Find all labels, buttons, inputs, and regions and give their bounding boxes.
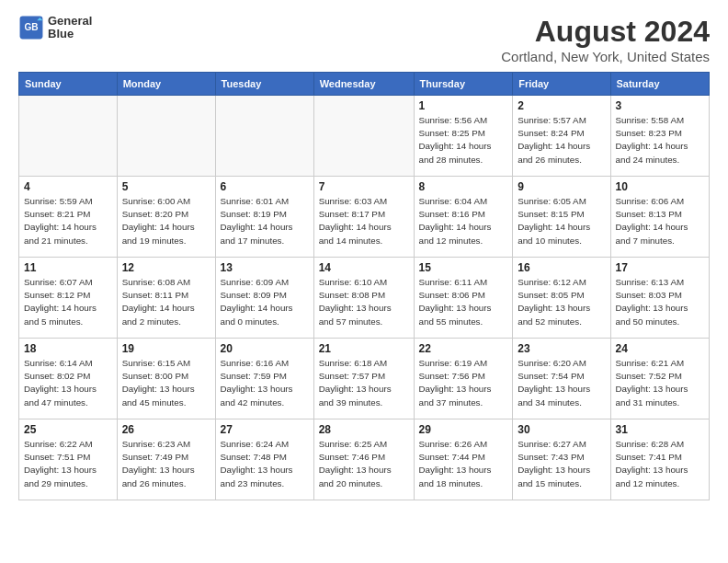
day-info: Sunrise: 6:15 AM Sunset: 8:00 PM Dayligh… xyxy=(122,357,210,409)
calendar-cell: 15Sunrise: 6:11 AM Sunset: 8:06 PM Dayli… xyxy=(414,258,513,339)
day-number: 29 xyxy=(419,423,508,436)
calendar-cell: 4Sunrise: 5:59 AM Sunset: 8:21 PM Daylig… xyxy=(19,177,118,258)
day-number: 13 xyxy=(221,261,309,274)
day-number: 19 xyxy=(122,342,210,355)
calendar-cell: 3Sunrise: 5:58 AM Sunset: 8:23 PM Daylig… xyxy=(610,96,710,177)
calendar-cell: 11Sunrise: 6:07 AM Sunset: 8:12 PM Dayli… xyxy=(19,258,118,339)
logo-text: General Blue xyxy=(48,15,92,41)
day-info: Sunrise: 6:26 AM Sunset: 7:44 PM Dayligh… xyxy=(419,438,508,490)
day-number: 15 xyxy=(419,261,508,274)
day-number: 6 xyxy=(221,180,309,193)
day-number: 14 xyxy=(319,261,409,274)
day-info: Sunrise: 6:01 AM Sunset: 8:19 PM Dayligh… xyxy=(221,195,309,247)
day-number: 10 xyxy=(616,180,705,193)
day-info: Sunrise: 6:09 AM Sunset: 8:09 PM Dayligh… xyxy=(221,276,309,328)
calendar-cell: 26Sunrise: 6:23 AM Sunset: 7:49 PM Dayli… xyxy=(117,419,215,500)
day-number: 28 xyxy=(319,423,409,436)
day-info: Sunrise: 6:08 AM Sunset: 8:11 PM Dayligh… xyxy=(122,276,210,328)
day-number: 16 xyxy=(518,261,605,274)
calendar-cell: 30Sunrise: 6:27 AM Sunset: 7:43 PM Dayli… xyxy=(513,419,610,500)
week-row-4: 18Sunrise: 6:14 AM Sunset: 8:02 PM Dayli… xyxy=(19,339,710,419)
calendar-cell: 28Sunrise: 6:25 AM Sunset: 7:46 PM Dayli… xyxy=(313,419,414,500)
week-row-2: 4Sunrise: 5:59 AM Sunset: 8:21 PM Daylig… xyxy=(19,177,710,258)
calendar-cell: 27Sunrise: 6:24 AM Sunset: 7:48 PM Dayli… xyxy=(215,419,313,500)
week-row-5: 25Sunrise: 6:22 AM Sunset: 7:51 PM Dayli… xyxy=(19,419,710,500)
day-number: 25 xyxy=(24,423,112,436)
weekday-header-wednesday: Wednesday xyxy=(313,73,414,96)
month-title: August 2024 xyxy=(501,15,710,49)
calendar-cell: 19Sunrise: 6:15 AM Sunset: 8:00 PM Dayli… xyxy=(117,339,215,419)
day-info: Sunrise: 6:04 AM Sunset: 8:16 PM Dayligh… xyxy=(419,195,508,247)
calendar-cell: 13Sunrise: 6:09 AM Sunset: 8:09 PM Dayli… xyxy=(215,258,313,339)
day-number: 12 xyxy=(122,261,210,274)
day-info: Sunrise: 5:57 AM Sunset: 8:24 PM Dayligh… xyxy=(518,114,605,167)
day-number: 22 xyxy=(419,342,508,355)
day-number: 30 xyxy=(518,423,605,436)
day-info: Sunrise: 6:03 AM Sunset: 8:17 PM Dayligh… xyxy=(319,195,409,247)
calendar-cell: 7Sunrise: 6:03 AM Sunset: 8:17 PM Daylig… xyxy=(313,177,414,258)
day-info: Sunrise: 6:13 AM Sunset: 8:03 PM Dayligh… xyxy=(616,276,705,328)
weekday-header-row: SundayMondayTuesdayWednesdayThursdayFrid… xyxy=(19,73,710,96)
weekday-header-saturday: Saturday xyxy=(610,73,710,96)
day-number: 21 xyxy=(319,342,409,355)
calendar-cell: 22Sunrise: 6:19 AM Sunset: 7:56 PM Dayli… xyxy=(414,339,513,419)
weekday-header-monday: Monday xyxy=(117,73,215,96)
day-info: Sunrise: 6:27 AM Sunset: 7:43 PM Dayligh… xyxy=(518,438,605,490)
day-info: Sunrise: 6:16 AM Sunset: 7:59 PM Dayligh… xyxy=(221,357,309,409)
logo-line1: General xyxy=(48,15,92,28)
logo-line2: Blue xyxy=(48,28,92,40)
day-number: 8 xyxy=(419,180,508,193)
day-number: 31 xyxy=(616,423,705,436)
calendar-cell: 18Sunrise: 6:14 AM Sunset: 8:02 PM Dayli… xyxy=(19,339,118,419)
day-number: 1 xyxy=(419,99,508,112)
calendar-cell: 20Sunrise: 6:16 AM Sunset: 7:59 PM Dayli… xyxy=(215,339,313,419)
weekday-header-friday: Friday xyxy=(513,73,610,96)
calendar-cell: 31Sunrise: 6:28 AM Sunset: 7:41 PM Dayli… xyxy=(610,419,710,500)
day-number: 11 xyxy=(24,261,112,274)
day-number: 20 xyxy=(221,342,309,355)
day-info: Sunrise: 5:58 AM Sunset: 8:23 PM Dayligh… xyxy=(616,114,705,167)
calendar-cell: 10Sunrise: 6:06 AM Sunset: 8:13 PM Dayli… xyxy=(610,177,710,258)
day-info: Sunrise: 6:21 AM Sunset: 7:52 PM Dayligh… xyxy=(616,357,705,409)
day-info: Sunrise: 6:11 AM Sunset: 8:06 PM Dayligh… xyxy=(419,276,508,328)
calendar-cell xyxy=(313,96,414,177)
day-info: Sunrise: 5:59 AM Sunset: 8:21 PM Dayligh… xyxy=(24,195,112,247)
calendar-cell xyxy=(19,96,118,177)
day-info: Sunrise: 6:24 AM Sunset: 7:48 PM Dayligh… xyxy=(221,438,309,490)
calendar-cell: 5Sunrise: 6:00 AM Sunset: 8:20 PM Daylig… xyxy=(117,177,215,258)
day-info: Sunrise: 6:22 AM Sunset: 7:51 PM Dayligh… xyxy=(24,438,112,490)
calendar-cell: 1Sunrise: 5:56 AM Sunset: 8:25 PM Daylig… xyxy=(414,96,513,177)
day-info: Sunrise: 6:19 AM Sunset: 7:56 PM Dayligh… xyxy=(419,357,508,409)
calendar-cell: 2Sunrise: 5:57 AM Sunset: 8:24 PM Daylig… xyxy=(513,96,610,177)
week-row-3: 11Sunrise: 6:07 AM Sunset: 8:12 PM Dayli… xyxy=(19,258,710,339)
title-area: August 2024 Cortland, New York, United S… xyxy=(501,15,710,64)
day-number: 9 xyxy=(518,180,605,193)
calendar-cell: 21Sunrise: 6:18 AM Sunset: 7:57 PM Dayli… xyxy=(313,339,414,419)
location-title: Cortland, New York, United States xyxy=(501,49,710,64)
header: GB General Blue August 2024 Cortland, Ne… xyxy=(18,15,710,64)
day-info: Sunrise: 6:05 AM Sunset: 8:15 PM Dayligh… xyxy=(518,195,605,247)
day-number: 4 xyxy=(24,180,112,193)
calendar-cell xyxy=(215,96,313,177)
day-info: Sunrise: 6:10 AM Sunset: 8:08 PM Dayligh… xyxy=(319,276,409,328)
day-number: 23 xyxy=(518,342,605,355)
weekday-header-tuesday: Tuesday xyxy=(215,73,313,96)
calendar-cell: 23Sunrise: 6:20 AM Sunset: 7:54 PM Dayli… xyxy=(513,339,610,419)
day-info: Sunrise: 6:20 AM Sunset: 7:54 PM Dayligh… xyxy=(518,357,605,409)
calendar-table: SundayMondayTuesdayWednesdayThursdayFrid… xyxy=(18,72,710,500)
calendar-cell: 29Sunrise: 6:26 AM Sunset: 7:44 PM Dayli… xyxy=(414,419,513,500)
calendar-cell: 16Sunrise: 6:12 AM Sunset: 8:05 PM Dayli… xyxy=(513,258,610,339)
calendar-cell: 12Sunrise: 6:08 AM Sunset: 8:11 PM Dayli… xyxy=(117,258,215,339)
calendar-cell: 17Sunrise: 6:13 AM Sunset: 8:03 PM Dayli… xyxy=(610,258,710,339)
day-info: Sunrise: 5:56 AM Sunset: 8:25 PM Dayligh… xyxy=(419,114,508,167)
day-number: 5 xyxy=(122,180,210,193)
day-info: Sunrise: 6:25 AM Sunset: 7:46 PM Dayligh… xyxy=(319,438,409,490)
day-info: Sunrise: 6:23 AM Sunset: 7:49 PM Dayligh… xyxy=(122,438,210,490)
day-number: 2 xyxy=(518,99,605,112)
day-info: Sunrise: 6:12 AM Sunset: 8:05 PM Dayligh… xyxy=(518,276,605,328)
day-number: 24 xyxy=(616,342,705,355)
logo: GB General Blue xyxy=(18,15,92,41)
calendar-cell: 6Sunrise: 6:01 AM Sunset: 8:19 PM Daylig… xyxy=(215,177,313,258)
day-info: Sunrise: 6:00 AM Sunset: 8:20 PM Dayligh… xyxy=(122,195,210,247)
calendar-cell xyxy=(117,96,215,177)
